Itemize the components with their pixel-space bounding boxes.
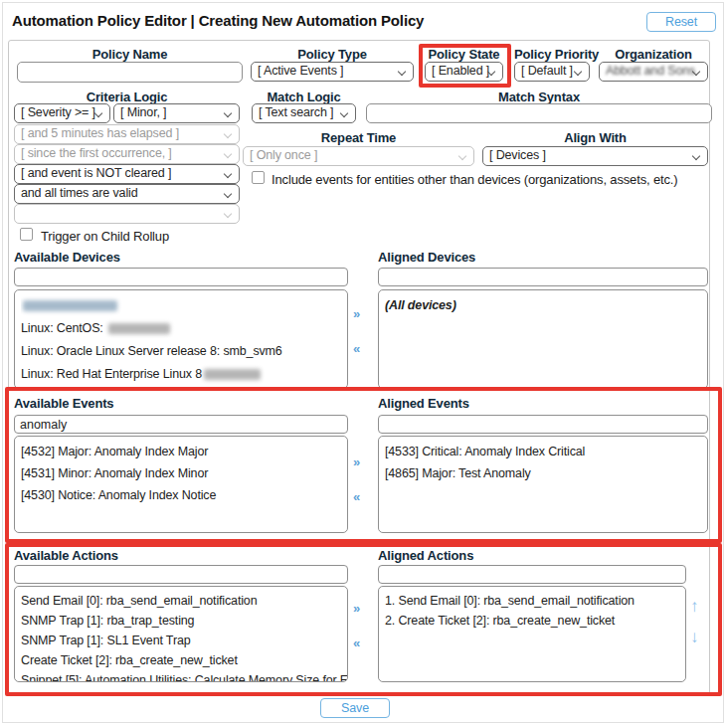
list-item[interactable]: Linux: Oracle Linux Server release 8: sm… [21, 340, 347, 363]
criteria-occurrence-value: [ since the first occurrence, ] [21, 146, 172, 160]
include-entities-checkbox-label: Include events for entities other than d… [272, 172, 677, 187]
chevron-down-icon [224, 130, 232, 138]
list-item[interactable]: Send Email [0]: rba_send_email_notificat… [21, 591, 347, 611]
move-down-icon[interactable]: ↓ [690, 629, 698, 645]
chevron-down-icon [340, 109, 348, 117]
available-devices-list[interactable]: Linux: CentOS: Linux: Oracle Linux Serve… [14, 289, 348, 389]
criteria-elapsed-value: [ and 5 minutes has elapsed ] [21, 126, 179, 140]
aligned-actions-label: Aligned Actions [378, 548, 473, 563]
trigger-child-rollup-checkbox[interactable] [20, 228, 33, 241]
organization-value-redacted: Abbott and Sons [606, 64, 695, 78]
list-item[interactable]: Snippet [5]: Automation Utilities: Calcu… [21, 670, 347, 682]
policy-name-label: Policy Name [17, 47, 243, 62]
list-item[interactable]: 2. Create Ticket [2]: rba_create_new_tic… [385, 611, 685, 631]
list-item[interactable] [21, 294, 347, 317]
repeat-time-select: [ Only once ] [243, 146, 474, 166]
chevron-down-icon [398, 68, 406, 76]
policy-name-input[interactable] [17, 62, 243, 83]
criteria-severity-value: [ Minor, ] [120, 105, 166, 119]
list-item[interactable]: [4865] Major: Test Anomaly [385, 462, 707, 484]
move-up-icon[interactable]: ↑ [690, 598, 698, 615]
available-devices-label: Available Devices [14, 250, 120, 265]
match-syntax-label: Match Syntax [366, 90, 712, 104]
list-item[interactable]: 1. Send Email [0]: rba_send_email_notifi… [385, 591, 685, 611]
policy-priority-value: [ Default ] [521, 64, 573, 78]
criteria-cleared-select[interactable]: [ and event is NOT cleared ] [14, 164, 240, 184]
move-left-icon[interactable]: « [353, 489, 360, 504]
list-item[interactable]: [4530] Notice: Anomaly Index Notice [21, 484, 347, 506]
trigger-child-rollup-checkbox-label: Trigger on Child Rollup [41, 229, 169, 244]
criteria-logic-label: Criteria Logic [14, 90, 240, 104]
move-right-icon[interactable]: » [353, 601, 360, 616]
match-logic-select[interactable]: [ Text search ] [252, 103, 356, 123]
policy-type-select[interactable]: [ Active Events ] [251, 62, 414, 82]
list-item[interactable]: Create Ticket [2]: rba_create_new_ticket [21, 650, 347, 670]
criteria-occurrence-select: [ since the first occurrence, ] [14, 144, 240, 164]
move-left-icon[interactable]: « [353, 636, 360, 650]
criteria-severity-value-select[interactable]: [ Minor, ] [113, 103, 240, 123]
chevron-down-icon [224, 150, 232, 158]
criteria-severity-operator-select[interactable]: [ Severity >= ] [14, 103, 110, 123]
move-right-icon[interactable]: » [353, 455, 360, 469]
available-events-search-input[interactable] [14, 415, 348, 434]
match-logic-label: Match Logic [252, 90, 356, 104]
chevron-down-icon [94, 109, 102, 117]
align-with-label: Align With [482, 130, 708, 145]
list-item[interactable]: [4532] Major: Anomaly Index Major [21, 441, 347, 462]
aligned-devices-search-input[interactable] [378, 268, 708, 286]
list-item[interactable]: [4531] Minor: Anomaly Index Minor [21, 462, 347, 484]
repeat-time-label: Repeat Time [243, 130, 474, 145]
list-item[interactable]: Linux: CentOS: [21, 317, 347, 340]
redacted-text [108, 323, 170, 334]
policy-state-value: [ Enabled ] [432, 64, 489, 78]
page-title: Automation Policy Editor | Creating New … [12, 12, 424, 29]
repeat-time-value: [ Only once ] [250, 148, 317, 162]
chevron-down-icon [574, 68, 582, 76]
match-logic-value: [ Text search ] [259, 105, 333, 119]
policy-priority-select[interactable]: [ Default ] [514, 62, 590, 82]
aligned-actions-list[interactable]: 1. Send Email [0]: rba_send_email_notifi… [378, 586, 686, 682]
available-actions-label: Available Actions [14, 548, 118, 563]
list-item[interactable]: SNMP Trap [1]: rba_trap_testing [21, 611, 347, 631]
available-devices-search-input[interactable] [14, 268, 348, 286]
list-item[interactable]: Linux: Red Hat Enterprise Linux 8 [21, 363, 347, 386]
chevron-down-icon [224, 210, 232, 218]
available-actions-list[interactable]: Send Email [0]: rba_send_email_notificat… [14, 586, 348, 682]
list-item[interactable]: SNMP Trap [1]: SL1 Event Trap [21, 631, 347, 650]
organization-select[interactable]: Abbott and Sons [599, 62, 708, 82]
move-right-icon[interactable]: » [353, 306, 360, 321]
policy-state-select[interactable]: [ Enabled ] [425, 62, 503, 82]
reset-button[interactable]: Reset [646, 12, 716, 32]
chevron-down-icon [692, 152, 700, 160]
criteria-times-valid-value: and all times are valid [21, 186, 137, 200]
redacted-text [23, 300, 117, 311]
criteria-cleared-value: [ and event is NOT cleared ] [21, 166, 171, 180]
aligned-devices-list[interactable]: (All devices) [378, 289, 708, 389]
policy-type-label: Policy Type [251, 47, 414, 62]
policy-priority-label: Policy Priority [514, 47, 590, 62]
policy-state-label: Policy State [425, 47, 503, 62]
include-entities-checkbox[interactable] [252, 171, 265, 184]
save-button[interactable]: Save [320, 698, 390, 718]
policy-type-value: [ Active Events ] [258, 64, 343, 78]
aligned-events-search-input[interactable] [378, 415, 708, 434]
match-syntax-input[interactable] [366, 103, 712, 123]
criteria-times-valid-select[interactable]: and all times are valid [14, 184, 240, 204]
chevron-down-icon [224, 109, 232, 117]
available-events-list[interactable]: [4532] Major: Anomaly Index Major [4531]… [14, 436, 348, 533]
automation-policy-editor-window: Automation Policy Editor | Creating New … [0, 0, 726, 728]
align-with-select[interactable]: [ Devices ] [482, 146, 708, 166]
move-left-icon[interactable]: « [353, 341, 360, 356]
aligned-actions-search-input[interactable] [378, 565, 686, 584]
aligned-events-label: Aligned Events [378, 396, 469, 411]
aligned-events-list[interactable]: [4533] Critical: Anomaly Index Critical … [378, 436, 708, 533]
list-item[interactable]: [4533] Critical: Anomaly Index Critical [385, 441, 707, 462]
available-actions-search-input[interactable] [14, 565, 348, 584]
chevron-down-icon [224, 190, 232, 198]
criteria-elapsed-select: [ and 5 minutes has elapsed ] [14, 124, 240, 144]
list-item[interactable] [21, 386, 347, 389]
list-item[interactable]: (All devices) [385, 294, 707, 317]
criteria-extra-select [14, 204, 240, 224]
chevron-down-icon [224, 170, 232, 178]
aligned-devices-label: Aligned Devices [378, 250, 475, 265]
